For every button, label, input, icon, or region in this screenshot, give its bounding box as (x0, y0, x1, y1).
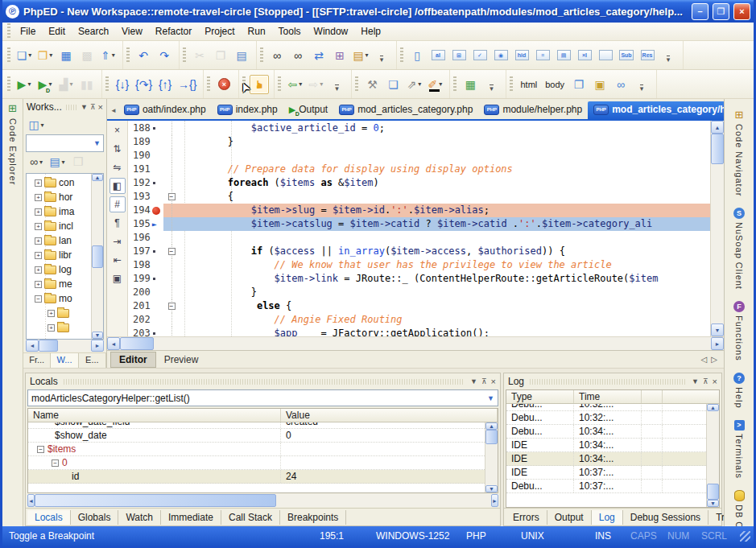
expand-icon[interactable]: + (35, 281, 42, 288)
log-row[interactable]: Debu...10:37:... (506, 480, 706, 493)
undo-icon[interactable]: ↶ (134, 46, 153, 65)
menubar-grip[interactable] (7, 23, 10, 39)
scroll-down-icon[interactable]: ▼ (707, 500, 719, 507)
scroll-up-icon[interactable]: ▲ (485, 422, 498, 430)
toolbar-grip[interactable] (7, 47, 10, 64)
sidebar-tab[interactable]: SNuSoap Client (733, 202, 745, 295)
collapse-icon[interactable]: − (35, 295, 42, 303)
sidebar-tab[interactable]: >Terminals (734, 414, 745, 484)
nav-next-icon[interactable]: ▷ (711, 355, 717, 364)
editor-horizontal-scrollbar[interactable]: ◄► (107, 336, 724, 350)
log-row[interactable]: IDE10:37:... (506, 466, 706, 480)
scrollbar-track[interactable] (154, 337, 711, 350)
scrollbar-thumb[interactable] (35, 494, 276, 507)
line-number[interactable]: 199 (128, 272, 163, 286)
find-icon[interactable]: ∞ (267, 46, 287, 65)
expand-icon[interactable]: + (35, 252, 42, 259)
form-label-icon[interactable]: aI (428, 46, 448, 65)
back-icon[interactable]: ⇦▾ (285, 75, 304, 94)
run-to-cursor-icon[interactable]: →{} (176, 75, 198, 94)
form-reset-icon[interactable]: Res (638, 46, 657, 65)
collapse-icon[interactable]: − (52, 459, 59, 467)
toolbar-grip[interactable] (105, 76, 109, 93)
tab-code-explorer[interactable]: Code Explorer (8, 118, 18, 185)
toolbar-overflow-icon[interactable]: ▾ (327, 75, 346, 94)
scroll-right-icon[interactable]: ► (711, 337, 724, 350)
scroll-up-icon[interactable]: ▲ (92, 174, 103, 181)
toolbar-grip[interactable] (278, 76, 281, 93)
fold-collapse-icon[interactable]: − (168, 303, 176, 310)
redo-icon[interactable]: ↷ (155, 46, 174, 65)
tree-item[interactable]: +log (34, 262, 91, 277)
expand-icon[interactable]: + (35, 237, 42, 245)
line-number[interactable]: 200 (128, 286, 163, 299)
code-line[interactable]: 188 $active_article_id = 0; (128, 122, 710, 135)
restore-button[interactable]: ❐ (713, 3, 729, 20)
break-icon[interactable]: ☛ (250, 75, 269, 94)
run-debug-icon[interactable]: ▶D▾ (35, 75, 55, 94)
tree-item[interactable]: +lan (34, 233, 91, 248)
line-number[interactable]: 193 (128, 190, 163, 204)
stop-icon[interactable]: × (214, 75, 233, 94)
nav-prev-icon[interactable]: ◁ (701, 355, 708, 364)
toolbar-grip[interactable] (207, 76, 210, 93)
tab-call-stack[interactable]: Call Stack (221, 510, 280, 525)
scrollbar-thumb[interactable] (39, 340, 58, 352)
select-frame-icon[interactable]: ⊞ (330, 46, 349, 65)
workspace-tab[interactable]: Fr... (23, 353, 51, 368)
form-hidden-field-icon[interactable]: hid (512, 46, 531, 65)
locals-dropdown-icon[interactable]: ▼ (470, 377, 477, 385)
outdent-icon[interactable]: ⇤ (109, 252, 126, 268)
minimize-button[interactable]: – (692, 3, 708, 20)
menu-help[interactable]: Help (354, 23, 387, 39)
log-dropdown-icon[interactable]: ▼ (692, 377, 699, 385)
clipboard-icon[interactable]: ▤▾ (351, 46, 370, 65)
menu-refactor[interactable]: Refactor (149, 23, 198, 39)
log-vertical-scrollbar[interactable]: ▲▼ (706, 404, 719, 507)
scrollbar-track[interactable] (707, 411, 719, 484)
editor-vertical-scrollbar[interactable]: ▲▼ (710, 121, 724, 336)
log-close-icon[interactable]: × (713, 377, 717, 386)
tree-item[interactable]: + (34, 306, 91, 320)
toolbar-grip[interactable] (183, 47, 186, 64)
tab-scroll-left-icon[interactable]: ◄ (109, 107, 118, 119)
code-line[interactable]: 189 } (128, 135, 710, 149)
workspace-close-icon[interactable]: × (98, 102, 103, 112)
menu-search[interactable]: Search (72, 23, 115, 39)
tab-output[interactable]: Output (547, 510, 592, 525)
workspace-tab[interactable]: W... (51, 353, 78, 368)
expand-icon[interactable]: + (35, 194, 42, 201)
browser-preview-icon[interactable]: ▣ (109, 270, 126, 286)
toolbar-grip[interactable] (126, 47, 130, 64)
line-number[interactable]: 191 (128, 163, 163, 176)
code-line[interactable]: 195► $item->catslug = $item->catid ? $it… (128, 217, 710, 231)
log-row[interactable]: Debu...10:32:... (506, 411, 706, 425)
form-radio-icon[interactable]: ◉ (491, 46, 510, 65)
tree-item[interactable]: +ima (34, 204, 91, 219)
body-tag-button[interactable]: body (542, 75, 568, 94)
scroll-left-icon[interactable]: ◄ (26, 340, 39, 352)
step-into-icon[interactable]: {↓} (113, 75, 132, 94)
titlebar[interactable]: ℗ PhpED - New Workspace::remote-travel-c… (2, 0, 754, 23)
clipboard-icon[interactable]: ▤▾ (48, 152, 67, 171)
log-pin-icon[interactable]: ⊼ (703, 377, 708, 385)
log-row[interactable]: IDE10:34:... (506, 452, 706, 466)
variable-row[interactable]: $show_date_fieldcreated (28, 422, 485, 429)
workspace-dropdown-icon[interactable]: ▼ (81, 103, 88, 111)
code-line[interactable]: 193− { (128, 190, 710, 204)
menu-view[interactable]: View (115, 23, 149, 39)
code-line[interactable]: 200 } (128, 286, 710, 299)
run-icon[interactable]: ▶▾ (14, 75, 34, 94)
new-file-icon[interactable]: ❏▾ (14, 46, 34, 65)
workspace-tab[interactable]: E... (79, 353, 106, 368)
tab-log[interactable]: Log (592, 510, 623, 525)
scrollbar-thumb[interactable] (120, 337, 154, 350)
scroll-down-icon[interactable]: ▼ (92, 332, 103, 339)
locals-pin-icon[interactable]: ⊼ (481, 377, 487, 385)
code-line[interactable]: 199 $item->link = JRoute::_ (ContentHelp… (128, 272, 710, 286)
locals-close-icon[interactable]: × (491, 377, 496, 386)
publish-icon[interactable]: ⇑▾ (98, 46, 118, 65)
sidebar-tab[interactable]: FFunctions (733, 295, 745, 367)
scrollbar-thumb[interactable] (92, 245, 103, 268)
scrollbar-track[interactable] (58, 340, 91, 352)
